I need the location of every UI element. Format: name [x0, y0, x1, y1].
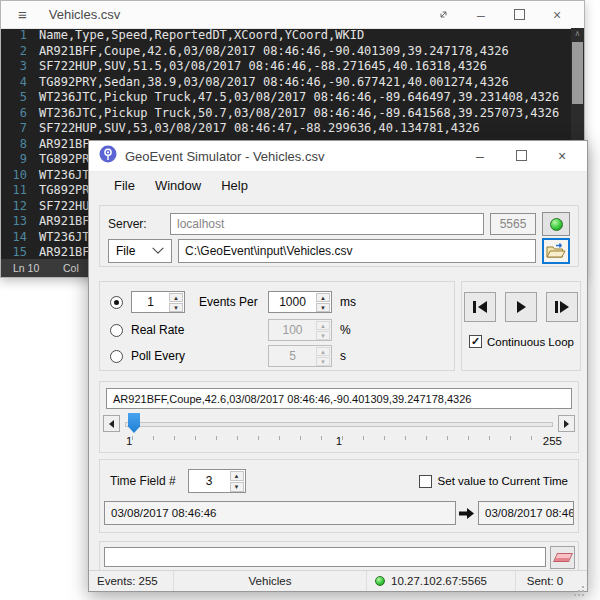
events-per-label: Events Per	[199, 295, 258, 309]
event-slider	[103, 415, 575, 432]
code-line: 1 Name,Type,Speed,ReportedDT,XCoord,YCoo…	[1, 28, 571, 44]
current-time-label: Set value to Current Time	[438, 475, 568, 487]
time-field-group: Time Field # 3 ▲▼ Set value to Current T…	[99, 459, 579, 533]
line-text: AR921BF	[39, 245, 90, 259]
slider-min-label: 1	[126, 435, 132, 447]
connection-led-icon	[550, 218, 563, 231]
line-text: AR921BF	[39, 137, 90, 153]
real-rate-unit-label: %	[340, 323, 351, 337]
slider-thumb[interactable]	[128, 413, 140, 433]
spin-down-icon[interactable]: ▼	[230, 482, 244, 492]
hamburger-menu-icon[interactable]: ≡	[18, 6, 27, 23]
scrollbar-thumb[interactable]	[572, 42, 583, 104]
line-text: WT236JT	[39, 168, 90, 184]
line-number: 13	[1, 214, 27, 230]
output-group	[99, 541, 579, 573]
slider-track[interactable]	[125, 422, 553, 427]
output-field[interactable]	[104, 547, 546, 567]
endpoint-status: 10.27.102.67:5565	[391, 575, 487, 587]
spin-up-icon[interactable]: ▲	[169, 293, 183, 302]
events-per-radio[interactable]	[110, 296, 123, 309]
current-time-checkbox[interactable]	[419, 475, 432, 488]
line-text: WT236JTC,Pickup Truck,50.7,03/08/2017 08…	[39, 106, 559, 122]
maximize-button[interactable]	[512, 8, 526, 22]
event-preview-group: AR921BFF,Coupe,42.6,03/08/2017 08:46:46,…	[99, 381, 579, 453]
step-forward-button[interactable]	[546, 292, 578, 322]
line-text: Name,Type,Speed,ReportedDT,XCoord,YCoord…	[39, 28, 364, 44]
slider-max-label: 255	[543, 435, 562, 447]
real-rate-radio[interactable]	[110, 324, 123, 337]
server-port-field[interactable]: 5565	[490, 213, 536, 235]
spin-up-icon[interactable]: ▲	[316, 293, 330, 302]
line-number: 2	[1, 44, 27, 60]
continuous-loop-checkbox[interactable]: ✓	[469, 335, 482, 348]
line-text: WT236JTC,Pickup Truck,47.5,03/08/2017 08…	[39, 90, 559, 106]
play-button[interactable]	[505, 292, 537, 322]
sent-count-status: Sent: 0	[516, 571, 574, 591]
close-button[interactable]: ×	[555, 149, 569, 163]
line-text: TG892PR	[39, 183, 90, 199]
expand-icon[interactable]	[436, 8, 450, 22]
time-from-field[interactable]: 03/08/2017 08:46:46	[104, 501, 456, 525]
connect-button[interactable]	[542, 212, 570, 236]
interval-value: 1000	[269, 295, 316, 309]
spin-down-icon[interactable]: ▼	[316, 303, 330, 312]
line-text: SF722HUP,SUV,53,03/08/2017 08:46:47,-88.…	[39, 121, 480, 137]
line-number: 6	[1, 106, 27, 122]
step-back-button[interactable]	[464, 292, 496, 322]
menu-file[interactable]: File	[114, 178, 135, 193]
minimize-button[interactable]: –	[474, 8, 488, 22]
slider-right-button[interactable]	[558, 415, 575, 432]
time-field-value: 3	[189, 474, 230, 488]
play-icon	[517, 301, 526, 313]
browse-file-button[interactable]	[542, 238, 570, 264]
maximize-button[interactable]	[514, 149, 528, 163]
events-count-value: 1	[132, 295, 169, 309]
geoevent-simulator-window: GeoEvent Simulator - Vehicles.csv – × Fi…	[88, 140, 588, 592]
time-to-field[interactable]: 03/08/2017 08:46:46	[478, 501, 574, 525]
spin-down-icon: ▼	[316, 357, 330, 366]
skip-start-icon	[473, 301, 476, 313]
line-text: WT236JT	[39, 230, 90, 246]
menu-help[interactable]: Help	[221, 178, 248, 193]
line-number: 1	[1, 28, 27, 44]
file-path-field[interactable]: C:\GeoEvent\input\Vehicles.csv	[178, 239, 536, 263]
spin-up-icon[interactable]: ▲	[230, 471, 244, 481]
source-type-dropdown[interactable]: File	[108, 239, 172, 263]
line-number: 5	[1, 90, 27, 106]
interval-unit-label: ms	[340, 295, 356, 309]
events-count-spinner[interactable]: 1 ▲▼	[131, 291, 185, 313]
interval-spinner[interactable]: 1000 ▲▼	[268, 291, 332, 313]
clear-button[interactable]	[550, 546, 575, 569]
spin-down-icon[interactable]: ▼	[169, 303, 183, 312]
server-host-field[interactable]: localhost	[170, 213, 484, 235]
real-rate-label: Real Rate	[131, 323, 184, 337]
poll-every-radio[interactable]	[110, 350, 123, 363]
line-number: 12	[1, 199, 27, 215]
real-rate-spinner: 100 ▲▼	[268, 319, 332, 341]
close-button[interactable]: ×	[550, 8, 564, 22]
current-event-field[interactable]: AR921BFF,Coupe,42.6,03/08/2017 08:46:46,…	[106, 388, 572, 409]
real-rate-value: 100	[269, 323, 316, 337]
resize-grip[interactable]	[574, 571, 587, 591]
slider-left-button[interactable]	[103, 415, 120, 432]
scroll-up-icon[interactable]: ∧	[571, 28, 584, 40]
arrow-right-icon	[459, 507, 475, 520]
status-bar: Events: 255 Vehicles 10.27.102.67:5565 S…	[89, 570, 587, 591]
playback-group: ✓ Continuous Loop	[461, 281, 581, 371]
arrow-left-icon	[109, 420, 114, 428]
eraser-icon	[552, 553, 572, 562]
time-field-spinner[interactable]: 3 ▲▼	[188, 469, 246, 493]
column-indicator: Col	[63, 259, 79, 277]
arrow-right-icon	[564, 420, 569, 428]
minimize-button[interactable]: –	[473, 149, 487, 163]
menu-window[interactable]: Window	[155, 178, 201, 193]
line-indicator: Ln 10	[13, 259, 39, 277]
rate-group: 1 ▲▼ Events Per 1000 ▲▼ ms Real Rate 100…	[99, 281, 455, 371]
line-text: AR921BF	[39, 214, 90, 230]
line-text: SF722HUP,SUV,51.5,03/08/2017 08:46:46,-8…	[39, 59, 487, 75]
menu-bar: File Window Help	[89, 172, 587, 199]
open-folder-icon	[546, 243, 566, 259]
maximize-icon	[516, 150, 527, 161]
connection-group: Server: localhost 5565 File C:\GeoEvent\…	[99, 205, 579, 267]
